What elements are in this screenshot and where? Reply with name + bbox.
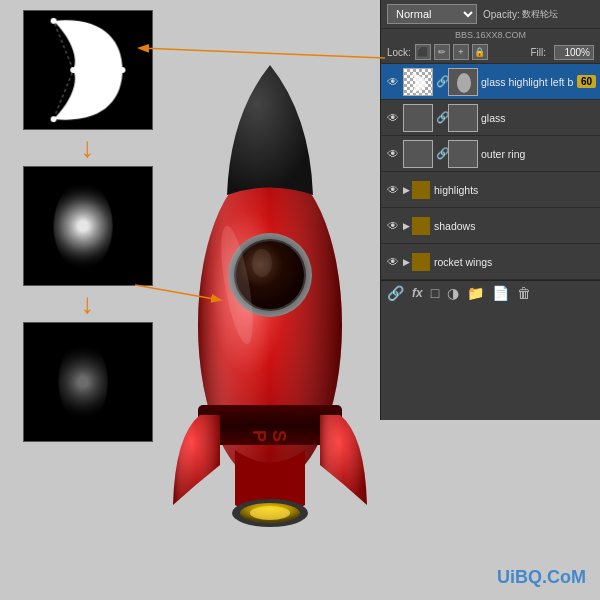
svg-text:S: S <box>269 430 289 442</box>
blend-mode-row: Normal Opacity: 数程轮坛 <box>381 0 600 29</box>
layer-name-4: highlights <box>434 184 596 196</box>
layer-glass[interactable]: 👁 🔗 glass <box>381 100 600 136</box>
layer-mask-3 <box>448 140 478 168</box>
lock-pixel-icon[interactable]: ⬛ <box>415 44 431 60</box>
layer-rocket-wings[interactable]: 👁 ▶ rocket wings <box>381 244 600 280</box>
add-mask-icon[interactable]: □ <box>431 285 439 301</box>
layers-container: 👁 🔗 glass highlight left blur 60 👁 🔗 <box>381 64 600 280</box>
layer-link-3: 🔗 <box>436 147 448 160</box>
layer-link-1: 🔗 <box>436 75 448 88</box>
step-image-3 <box>23 322 153 442</box>
fill-value[interactable]: 100% <box>554 45 594 60</box>
layer-name-3: outer ring <box>481 148 596 160</box>
eye-icon-3[interactable]: 👁 <box>385 146 401 162</box>
step-image-2 <box>23 166 153 286</box>
folder-arrow-4: ▶ <box>403 185 410 195</box>
svg-text:P: P <box>249 430 269 442</box>
eye-icon-1[interactable]: 👁 <box>385 74 401 90</box>
eye-icon-2[interactable]: 👁 <box>385 110 401 126</box>
lock-row: Lock: ⬛ ✏ + 🔒 Fill: 100% <box>381 41 600 64</box>
layer-name-1: glass highlight left blur <box>481 76 573 88</box>
layers-panel: Normal Opacity: 数程轮坛 BBS.16XX8.COM Lock:… <box>380 0 600 420</box>
adjustment-icon[interactable]: ◑ <box>447 285 459 301</box>
left-panel: ↓ ↓ <box>0 0 175 600</box>
layer-highlights[interactable]: 👁 ▶ highlights <box>381 172 600 208</box>
layer-thumb-3 <box>403 140 433 168</box>
eye-icon-5[interactable]: 👁 <box>385 218 401 234</box>
layer-name-5: shadows <box>434 220 596 232</box>
fx-icon[interactable]: fx <box>412 286 423 300</box>
layer-mask-2 <box>448 104 478 132</box>
layer-shadows[interactable]: 👁 ▶ shadows <box>381 208 600 244</box>
lock-all-icon[interactable]: 🔒 <box>472 44 488 60</box>
lock-label: Lock: <box>387 47 411 58</box>
svg-point-9 <box>252 249 272 277</box>
folder-create-icon[interactable]: 📁 <box>467 285 484 301</box>
blend-mode-select[interactable]: Normal <box>387 4 477 24</box>
layer-mask-1 <box>448 68 478 96</box>
link-layers-icon[interactable]: 🔗 <box>387 285 404 301</box>
step-image-1 <box>23 10 153 130</box>
watermark: UiBQ.CoM <box>497 567 586 588</box>
layer-glass-highlight[interactable]: 👁 🔗 glass highlight left blur 60 <box>381 64 600 100</box>
arrow-down-2: ↓ <box>81 290 95 318</box>
layers-bottom-bar: 🔗 fx □ ◑ 📁 📄 🗑 <box>381 280 600 305</box>
eye-icon-6[interactable]: 👁 <box>385 254 401 270</box>
layer-name-2: glass <box>481 112 596 124</box>
svg-point-5 <box>250 506 290 520</box>
folder-icon-6 <box>412 253 430 271</box>
eye-icon-4[interactable]: 👁 <box>385 182 401 198</box>
folder-arrow-6: ▶ <box>403 257 410 267</box>
layer-thumb-1 <box>403 68 433 96</box>
delete-layer-icon[interactable]: 🗑 <box>517 285 531 301</box>
folder-icon-4 <box>412 181 430 199</box>
arrow-down-1: ↓ <box>81 134 95 162</box>
layer-link-2: 🔗 <box>436 111 448 124</box>
folder-arrow-5: ▶ <box>403 221 410 231</box>
layer-thumb-2 <box>403 104 433 132</box>
lock-pos-icon[interactable]: + <box>453 44 469 60</box>
rocket-area: P S <box>155 0 385 600</box>
layer-badge-1: 60 <box>577 75 596 88</box>
lock-icons: ⬛ ✏ + 🔒 <box>415 44 488 60</box>
rocket-svg: P S <box>165 35 375 565</box>
opacity-label: Opacity: <box>483 9 520 20</box>
lock-paint-icon[interactable]: ✏ <box>434 44 450 60</box>
layer-outer-ring[interactable]: 👁 🔗 outer ring <box>381 136 600 172</box>
layer-name-6: rocket wings <box>434 256 596 268</box>
opacity-value: 数程轮坛 <box>522 8 558 21</box>
fill-label: Fill: <box>530 47 546 58</box>
site-label: BBS.16XX8.COM <box>381 29 600 41</box>
folder-icon-5 <box>412 217 430 235</box>
new-layer-icon[interactable]: 📄 <box>492 285 509 301</box>
svg-point-13 <box>457 73 471 93</box>
